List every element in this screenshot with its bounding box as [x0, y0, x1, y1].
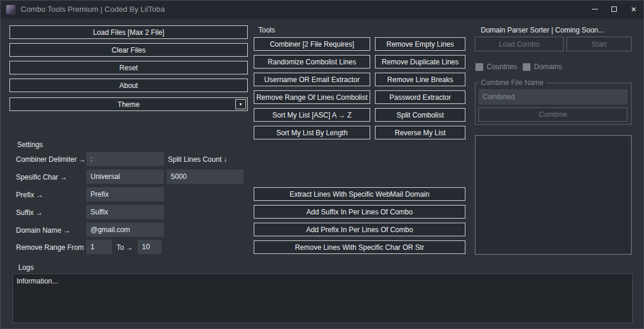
domain-parser-listbox	[475, 135, 632, 255]
minimize-button[interactable]	[585, 1, 604, 18]
password-extractor-button[interactable]: Password Extractor	[375, 90, 465, 104]
theme-dropdown[interactable]: Theme ▼	[9, 97, 248, 111]
remove-line-breaks-button[interactable]: Remove Line Breaks	[375, 73, 465, 86]
checkbox-icon	[523, 63, 530, 71]
maximize-button[interactable]	[604, 1, 624, 18]
domain-name-label: Domain Name →	[16, 226, 70, 234]
sort-asc-button[interactable]: Sort My List [ASC] A → Z	[254, 108, 370, 122]
app-window: Combo Tools Premium | Coded By LilToba ✕…	[0, 0, 644, 329]
randomize-combolist-button[interactable]: Randomize Combolist Lines	[254, 55, 370, 69]
reverse-list-button[interactable]: Reverse My List	[375, 126, 465, 139]
about-button[interactable]: About	[9, 79, 248, 92]
combine-file-name-input	[478, 89, 627, 105]
checkbox-icon	[475, 63, 483, 71]
add-suffix-button[interactable]: Add Suffix In Per Lines Of Combo	[254, 205, 465, 219]
remove-range-label: Remove Range From :	[16, 243, 88, 252]
username-email-extractor-button[interactable]: Username OR Email Extractor	[254, 73, 370, 86]
remove-range-lines-button[interactable]: Remove Range Of Lines Combolist	[254, 90, 370, 104]
domains-checkbox: Domains	[523, 63, 562, 71]
logs-output: Information...	[12, 273, 633, 323]
window-controls: ✕	[585, 1, 643, 18]
logs-title: Logs	[18, 263, 34, 272]
window-title: Combo Tools Premium | Coded By LilToba	[21, 5, 165, 14]
maximize-icon	[611, 6, 617, 12]
domain-name-input[interactable]	[86, 223, 164, 237]
split-lines-count-label: Split Lines Count ↓	[168, 155, 227, 164]
clear-files-button[interactable]: Clear Files	[9, 43, 248, 57]
domains-checkbox-label: Domains	[534, 63, 562, 71]
countries-checkbox: Countries	[475, 63, 517, 71]
remove-range-to-label: To →	[116, 243, 133, 252]
domain-parser-title: Domain Parser Sorter | Coming Soon...	[481, 26, 604, 34]
combine-file-groupbox-title: Combine File Name	[478, 79, 546, 87]
countries-checkbox-label: Countries	[487, 63, 517, 71]
prefix-label: Prefix →	[16, 191, 43, 199]
remove-duplicate-lines-button[interactable]: Remove Duplicate Lines	[375, 55, 465, 69]
remove-range-from-input[interactable]	[86, 240, 112, 254]
chevron-down-icon: ▼	[235, 99, 246, 109]
minimize-icon	[592, 9, 598, 9]
remove-empty-lines-button[interactable]: Remove Empty Lines	[375, 37, 465, 51]
prefix-input[interactable]	[86, 187, 164, 201]
suffix-input[interactable]	[86, 205, 164, 219]
add-prefix-button[interactable]: Add Prefix In Per Lines Of Combo	[254, 223, 465, 236]
combiner-delimiter-label: Combiner Delimiter →	[16, 155, 86, 164]
extract-webmail-domain-button[interactable]: Extract Lines With Specific WebMail Doma…	[254, 187, 465, 201]
theme-dropdown-label: Theme	[118, 100, 140, 109]
app-icon	[6, 5, 15, 14]
remove-lines-char-button[interactable]: Remove Lines With Specific Char OR Str	[254, 240, 465, 254]
spesific-char-input[interactable]	[86, 170, 164, 184]
load-files-button[interactable]: Load Files [Max 2 File]	[9, 25, 248, 39]
reset-button[interactable]: Reset	[9, 61, 248, 74]
suffix-label: Suffix →	[16, 209, 43, 217]
tools-title: Tools	[258, 26, 275, 34]
spesific-char-label: Spesific Char →	[16, 173, 67, 181]
close-icon: ✕	[630, 6, 636, 13]
settings-title: Settings	[17, 141, 43, 149]
combiner-delimiter-input[interactable]	[86, 152, 164, 166]
remove-range-to-input[interactable]	[138, 240, 161, 254]
split-combolist-button[interactable]: Split Combolist	[375, 108, 465, 122]
combiner-button[interactable]: Combiner [2 File Requires]	[254, 37, 370, 51]
start-button: Start	[567, 37, 632, 51]
title-bar: Combo Tools Premium | Coded By LilToba ✕	[1, 1, 643, 18]
combine-button: Combine	[478, 108, 627, 122]
sort-by-length-button[interactable]: Sort My List By Length	[254, 126, 370, 139]
split-lines-count-input[interactable]	[167, 170, 244, 184]
load-combo-button: Load Combo	[475, 37, 564, 51]
close-button[interactable]: ✕	[624, 1, 643, 18]
